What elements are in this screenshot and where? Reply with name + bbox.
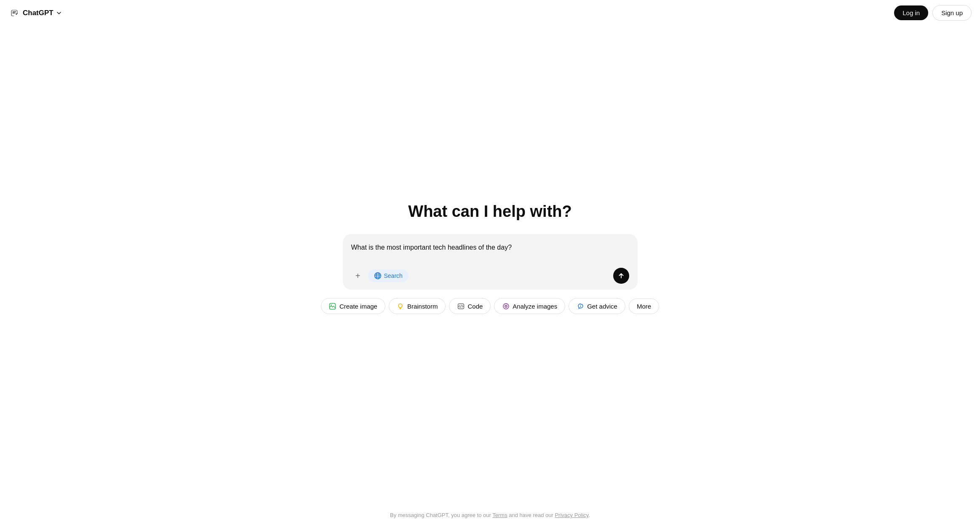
pill-more-label: More <box>637 303 651 310</box>
pill-brainstorm[interactable]: Brainstorm <box>389 298 446 314</box>
header-title: ChatGPT <box>23 9 53 17</box>
pill-code[interactable]: Code <box>449 298 491 314</box>
plus-icon: + <box>355 271 360 281</box>
pill-get-advice-label: Get advice <box>587 303 617 310</box>
footer-text-after: . <box>588 512 590 518</box>
pill-create-image[interactable]: Create image <box>321 298 385 314</box>
footer-text-between: and have read our <box>507 512 555 518</box>
attach-button[interactable]: + <box>351 269 365 282</box>
input-footer: + Search <box>351 268 629 284</box>
chatgpt-logo-icon <box>8 7 20 19</box>
terms-link[interactable]: Terms <box>492 512 507 518</box>
search-button[interactable]: Search <box>368 269 409 282</box>
header: ChatGPT Log in Sign up <box>0 0 980 26</box>
svg-line-11 <box>460 305 461 307</box>
page-headline: What can I help with? <box>408 203 571 221</box>
pill-brainstorm-label: Brainstorm <box>407 303 438 310</box>
input-footer-left: + Search <box>351 269 409 282</box>
signup-button[interactable]: Sign up <box>932 5 972 21</box>
get-advice-icon <box>577 302 584 310</box>
login-button[interactable]: Log in <box>894 5 928 20</box>
submit-button[interactable] <box>613 268 629 284</box>
privacy-link[interactable]: Privacy Policy <box>555 512 588 518</box>
pill-code-label: Code <box>467 303 483 310</box>
chat-input[interactable]: What is the most important tech headline… <box>351 243 629 263</box>
globe-icon <box>374 272 382 280</box>
create-image-icon <box>329 302 336 310</box>
analyze-images-icon <box>502 302 510 310</box>
header-auth-buttons: Log in Sign up <box>894 5 972 21</box>
footer: By messaging ChatGPT, you agree to our T… <box>0 505 980 525</box>
footer-text-before: By messaging ChatGPT, you agree to our <box>390 512 492 518</box>
pill-get-advice[interactable]: Get advice <box>569 298 625 314</box>
chevron-down-icon <box>56 10 62 16</box>
search-button-label: Search <box>384 272 403 279</box>
pill-analyze-images-label: Analyze images <box>513 303 557 310</box>
pill-analyze-images[interactable]: Analyze images <box>494 298 565 314</box>
svg-point-14 <box>506 306 507 306</box>
svg-point-7 <box>398 304 402 307</box>
header-logo-area[interactable]: ChatGPT <box>8 7 62 19</box>
main-content: What can I help with? What is the most i… <box>0 0 980 525</box>
pill-more[interactable]: More <box>629 298 659 314</box>
chat-input-box: What is the most important tech headline… <box>343 234 638 290</box>
pill-create-image-label: Create image <box>339 303 377 310</box>
code-icon <box>457 302 465 310</box>
action-pills: Create image Brainstorm C <box>321 298 659 314</box>
svg-point-6 <box>331 304 332 305</box>
brainstorm-icon <box>397 302 404 310</box>
